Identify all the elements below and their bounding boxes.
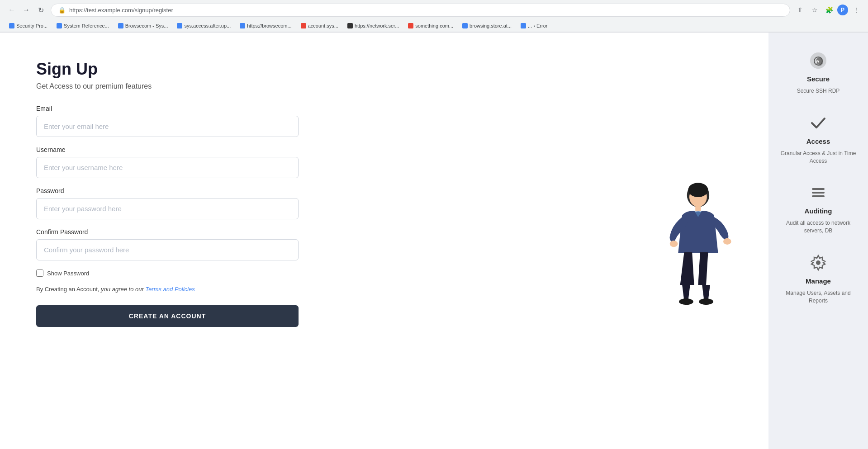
terms-italic: you agree to our bbox=[101, 286, 145, 293]
browser-chrome: ← → ↻ 🔒 https://test.example.com/signup/… bbox=[0, 0, 868, 33]
manage-icon bbox=[808, 253, 828, 273]
svg-rect-3 bbox=[695, 206, 701, 211]
bookmark-6[interactable]: account.sys... bbox=[297, 22, 342, 30]
bookmark-label: Security Pro... bbox=[16, 23, 47, 28]
bookmark-favicon bbox=[240, 23, 245, 28]
svg-point-2 bbox=[688, 183, 708, 197]
terms-prefix: By Creating an Account, bbox=[36, 286, 101, 293]
show-password-checkbox[interactable] bbox=[36, 269, 43, 277]
bookmark-7[interactable]: https://network.ser... bbox=[344, 22, 403, 30]
bookmark-favicon bbox=[347, 23, 353, 28]
bookmark-favicon bbox=[177, 23, 182, 28]
page-title: Sign Up bbox=[36, 60, 588, 79]
access-icon bbox=[808, 113, 828, 133]
secure-title: Secure bbox=[807, 75, 830, 83]
main-content: Sign Up Get Access to our premium featur… bbox=[0, 33, 868, 449]
address-bar[interactable]: 🔒 https://test.example.com/signup/regist… bbox=[51, 4, 790, 17]
reload-button[interactable]: ↻ bbox=[34, 4, 47, 16]
browser-actions: ⇧ ☆ 🧩 P ⋮ bbox=[794, 4, 863, 16]
bookmarks-bar: Security Pro... System Reference... Brow… bbox=[0, 20, 868, 32]
email-input[interactable] bbox=[36, 116, 299, 137]
illustration-area bbox=[624, 33, 768, 449]
svg-point-4 bbox=[670, 241, 678, 247]
bookmark-label: browsing.store.at... bbox=[470, 23, 512, 28]
terms-link[interactable]: Terms and Policies bbox=[145, 286, 194, 293]
feature-manage: Manage Manage Users, Assets and Reports bbox=[778, 253, 859, 305]
bookmark-5[interactable]: https://browsecom... bbox=[236, 22, 295, 30]
show-password-label[interactable]: Show Password bbox=[47, 270, 89, 277]
page-subtitle: Get Access to our premium features bbox=[36, 82, 588, 90]
feature-secure: e Secure Secure SSH RDP bbox=[797, 51, 840, 95]
bookmark-label: ... › Error bbox=[528, 23, 547, 28]
bookmark-favicon bbox=[118, 23, 123, 28]
secure-icon: e bbox=[808, 51, 828, 71]
auditing-title: Auditing bbox=[805, 207, 832, 215]
bookmark-label: something.com... bbox=[415, 23, 453, 28]
profile-avatar[interactable]: P bbox=[837, 5, 848, 15]
svg-point-16 bbox=[816, 260, 821, 265]
person-illustration bbox=[646, 173, 746, 309]
bookmark-button[interactable]: ☆ bbox=[808, 4, 821, 16]
manage-title: Manage bbox=[806, 277, 831, 285]
auditing-icon bbox=[808, 183, 828, 203]
bookmark-label: Browsecom - Sys... bbox=[125, 23, 168, 28]
access-desc: Granular Access & Just in Time Access bbox=[778, 150, 859, 165]
bookmark-3[interactable]: Browsecom - Sys... bbox=[114, 22, 172, 30]
bookmark-label: System Reference... bbox=[64, 23, 109, 28]
bookmark-8[interactable]: something.com... bbox=[404, 22, 457, 30]
bookmark-9[interactable]: browsing.store.at... bbox=[459, 22, 515, 30]
bookmark-2[interactable]: System Reference... bbox=[53, 22, 113, 30]
bookmark-label: sys.access.after.up... bbox=[184, 23, 231, 28]
share-button[interactable]: ⇧ bbox=[794, 4, 806, 16]
forward-button[interactable]: → bbox=[20, 4, 33, 16]
signup-form: Email Username Password Confirm Password bbox=[36, 105, 588, 327]
bookmark-favicon bbox=[301, 23, 306, 28]
bookmark-favicon bbox=[57, 23, 62, 28]
form-area: Sign Up Get Access to our premium featur… bbox=[0, 33, 624, 449]
bookmark-4[interactable]: sys.access.after.up... bbox=[173, 22, 234, 30]
password-group: Password bbox=[36, 187, 588, 219]
access-title: Access bbox=[806, 137, 830, 145]
bookmark-favicon bbox=[462, 23, 468, 28]
bookmark-1[interactable]: Security Pro... bbox=[5, 22, 51, 30]
secure-desc: Secure SSH RDP bbox=[797, 87, 840, 95]
bookmark-favicon bbox=[521, 23, 526, 28]
bookmark-label: account.sys... bbox=[308, 23, 338, 28]
feature-auditing: Auditing Audit all access to network ser… bbox=[778, 183, 859, 235]
username-group: Username bbox=[36, 146, 588, 178]
confirm-password-label: Confirm Password bbox=[36, 228, 588, 236]
confirm-password-input[interactable] bbox=[36, 239, 299, 260]
email-label: Email bbox=[36, 105, 588, 112]
url-text: https://test.example.com/signup/register bbox=[69, 7, 173, 14]
bookmark-error[interactable]: ... › Error bbox=[517, 22, 551, 30]
right-sidebar: e Secure Secure SSH RDP Access Granular … bbox=[768, 33, 868, 449]
nav-buttons: ← → ↻ bbox=[5, 4, 47, 16]
svg-rect-13 bbox=[812, 188, 825, 190]
confirm-password-group: Confirm Password bbox=[36, 228, 588, 260]
menu-button[interactable]: ⋮ bbox=[850, 4, 863, 16]
svg-point-6 bbox=[679, 298, 693, 305]
create-account-button[interactable]: CREATE AN ACCOUNT bbox=[36, 305, 299, 327]
email-group: Email bbox=[36, 105, 588, 137]
back-button[interactable]: ← bbox=[5, 4, 18, 16]
svg-point-7 bbox=[699, 298, 713, 305]
auditing-desc: Audit all access to network servers, DB bbox=[778, 219, 859, 235]
svg-point-5 bbox=[723, 238, 731, 244]
show-password-row: Show Password bbox=[36, 269, 588, 277]
bookmark-favicon bbox=[9, 23, 14, 28]
bookmark-label: https://network.ser... bbox=[355, 23, 399, 28]
svg-text:e: e bbox=[816, 58, 819, 65]
password-label: Password bbox=[36, 187, 588, 194]
svg-rect-14 bbox=[812, 192, 825, 194]
password-input[interactable] bbox=[36, 198, 299, 219]
manage-desc: Manage Users, Assets and Reports bbox=[778, 289, 859, 305]
extensions-button[interactable]: 🧩 bbox=[823, 4, 835, 16]
username-input[interactable] bbox=[36, 157, 299, 178]
svg-rect-15 bbox=[812, 195, 825, 197]
terms-text: By Creating an Account, you agree to our… bbox=[36, 286, 588, 293]
username-label: Username bbox=[36, 146, 588, 153]
bookmark-label: https://browsecom... bbox=[247, 23, 291, 28]
feature-access: Access Granular Access & Just in Time Ac… bbox=[778, 113, 859, 165]
bookmark-favicon bbox=[408, 23, 413, 28]
browser-toolbar: ← → ↻ 🔒 https://test.example.com/signup/… bbox=[0, 0, 868, 20]
